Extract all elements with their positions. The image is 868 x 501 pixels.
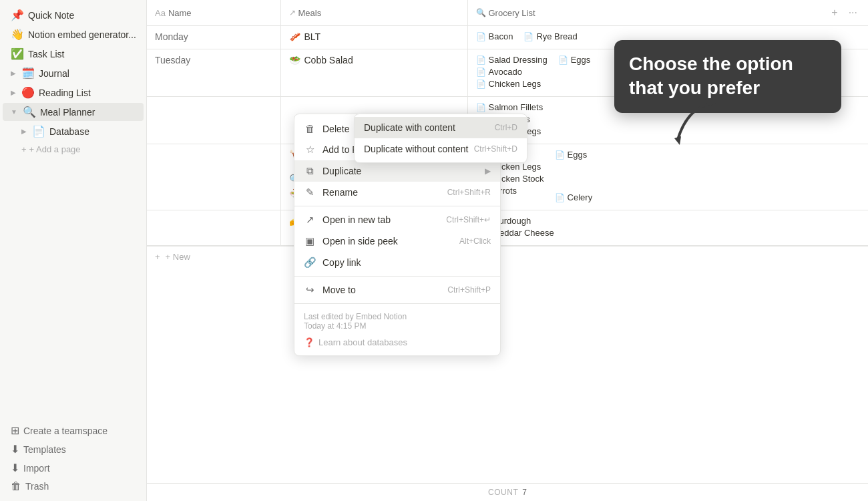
row-name-empty3 (147, 210, 280, 246)
sidebar-item-trash[interactable]: 🗑 Trash (3, 478, 144, 495)
column-name: Aa Name (147, 0, 280, 26)
cm-footer: Last edited by Embed Notion Today at 4:1… (294, 307, 500, 333)
star-icon: ☆ (304, 144, 316, 156)
sidebar-item-task-list[interactable]: ✅ Task List (3, 45, 144, 63)
count-label: COUNT (488, 488, 518, 497)
link-icon: 🔗 (304, 257, 316, 269)
task-list-icon: ✅ (11, 47, 24, 60)
notion-embed-icon: 👋 (11, 28, 24, 41)
sidebar-item-meal-planner[interactable]: ▼ 🔍 Meal Planner (3, 103, 144, 121)
sidebar-item-templates[interactable]: ⬇ Templates (3, 440, 144, 458)
footer-date: Today at 4:15 PM (304, 321, 366, 331)
open-tab-icon: ↗ (304, 214, 316, 226)
cm-learn-databases[interactable]: ❓ Learn about databases (294, 333, 500, 351)
grocery-item (555, 162, 593, 175)
new-label: + New (166, 252, 190, 262)
table-row: 🧀 Grilled Cheese 📄 Sourdough (147, 210, 868, 246)
tooltip-text: Choose the option that you prefer (629, 53, 793, 98)
sidebar-item-label: Notion embed generator... (28, 29, 138, 40)
sidebar-item-create-teamspace[interactable]: ⊞ Create a teamspace (3, 422, 144, 440)
add-page-button[interactable]: + + Add a page (3, 142, 144, 157)
new-row-button[interactable]: + + New (147, 246, 868, 267)
cm-move-to[interactable]: ↪ Move to Ctrl+Shift+P (294, 279, 500, 301)
sidebar-item-quick-note[interactable]: 📌 Quick Note (3, 6, 144, 24)
sidebar-item-journal[interactable]: ▶ 🗓️ Journal (3, 64, 144, 82)
sidebar-item-label: Meal Planner (40, 107, 138, 118)
import-icon: ⬇ (11, 462, 19, 474)
shortcut-label: Alt+Click (459, 236, 491, 246)
side-peek-icon: ▣ (304, 235, 316, 247)
grocery-item: 📄 Eggs (558, 55, 591, 65)
shortcut-label: Ctrl+Shift+D (474, 144, 517, 154)
cm-item-label: Duplicate (322, 166, 478, 176)
sidebar-item-import[interactable]: ⬇ Import (3, 459, 144, 477)
meals-col-icon: ↗ (289, 8, 296, 17)
sidebar-item-label: Task List (28, 49, 138, 59)
dup-without-content[interactable]: Duplicate without content Ctrl+Shift+D (355, 138, 527, 160)
learn-label: Learn about databases (318, 337, 407, 347)
add-page-label: + Add a page (29, 144, 81, 154)
cm-copy-link[interactable]: 🔗 Copy link (294, 252, 500, 273)
cm-rename[interactable]: ✎ Rename Ctrl+Shift+R (294, 182, 500, 203)
cm-item-label: Open in side peek (322, 236, 453, 246)
doc-icon: 📄 (476, 67, 486, 77)
plus-icon: + (21, 144, 27, 154)
sidebar-item-notion-embed[interactable]: 👋 Notion embed generator... (3, 25, 144, 43)
meal-item: 🥗 Cobb Salad (289, 55, 459, 65)
grocery-col-icon: 🔍 (476, 8, 486, 17)
dup-with-content[interactable]: Duplicate with content Ctrl+D (355, 117, 527, 138)
doc-icon: 📄 (555, 193, 565, 202)
row-name-empty2 (147, 144, 280, 210)
grocery-item: 📄 Salmon Fillets (476, 102, 544, 112)
sidebar-item-reading-list[interactable]: ▶ 🔴 Reading List (3, 84, 144, 102)
teamspace-icon: ⊞ (11, 424, 19, 437)
templates-icon: ⬇ (11, 443, 19, 456)
cm-item-label: Rename (322, 187, 441, 198)
sidebar-item-label: Journal (39, 68, 138, 79)
row-name-monday: Monday (147, 26, 280, 49)
rename-icon: ✎ (304, 186, 316, 198)
grocery-col-label: Grocery List (489, 8, 535, 18)
doc-icon: 📄 (558, 55, 568, 65)
arrow-icon: ▶ (485, 166, 491, 176)
meal-text: BLT (304, 31, 321, 42)
reading-list-icon: 🔴 (21, 86, 35, 99)
grocery-item: 📄 Celery (555, 192, 593, 202)
grocery-item: 📄 Salad Dressing (476, 55, 548, 65)
database-icon: 📄 (32, 125, 45, 138)
grocery-text: Avocado (489, 67, 522, 77)
grocery-text: Bacon (489, 31, 513, 41)
grocery-item: 📄 Eggs (555, 150, 593, 160)
grocery-text: Salad Dressing (489, 55, 548, 65)
sidebar-item-database[interactable]: ▶ 📄 Database (3, 122, 144, 140)
duplicate-submenu: Duplicate with content Ctrl+D Duplicate … (354, 114, 527, 163)
cm-duplicate[interactable]: ⧉ Duplicate ▶ (294, 160, 500, 182)
menu-divider (294, 206, 500, 206)
svg-marker-0 (674, 136, 681, 145)
meal-text: Cobb Salad (304, 55, 353, 65)
row-grocery-grilled-cheese: 📄 Sourdough 📄 Cheddar Cheese (467, 210, 868, 246)
grocery-text: Salmon Fillets (489, 102, 544, 112)
main-content: Aa Name ↗ Meals 🔍 Grocery List (147, 0, 868, 501)
sidebar-item-label: Reading List (39, 88, 138, 98)
duplicate-icon: ⧉ (304, 165, 316, 177)
grocery-text: Chicken Legs (489, 79, 541, 89)
count-value: 7 (522, 488, 527, 497)
move-icon: ↪ (304, 284, 316, 296)
add-column-button[interactable]: + (829, 5, 840, 20)
menu-divider (294, 303, 500, 304)
grocery-text: Celery (568, 192, 593, 202)
shortcut-label: Ctrl+Shift+P (447, 285, 491, 295)
column-grocery: 🔍 Grocery List + ··· (467, 0, 868, 26)
grocery-text: Eggs (571, 55, 591, 65)
more-options-button[interactable]: ··· (846, 5, 860, 20)
shortcut-label: Ctrl+Shift+↵ (446, 215, 491, 224)
chevron-icon: ▼ (11, 108, 17, 116)
cm-item-label: Move to (322, 285, 441, 295)
grocery-item: 📄 Rye Bread (523, 31, 577, 41)
cm-open-new-tab[interactable]: ↗ Open in new tab Ctrl+Shift+↵ (294, 209, 500, 230)
doc-icon: 📄 (476, 55, 486, 65)
cm-open-side-peek[interactable]: ▣ Open in side peek Alt+Click (294, 230, 500, 252)
footer-text: Last edited by Embed Notion (304, 312, 407, 321)
doc-icon: 📄 (523, 32, 533, 41)
